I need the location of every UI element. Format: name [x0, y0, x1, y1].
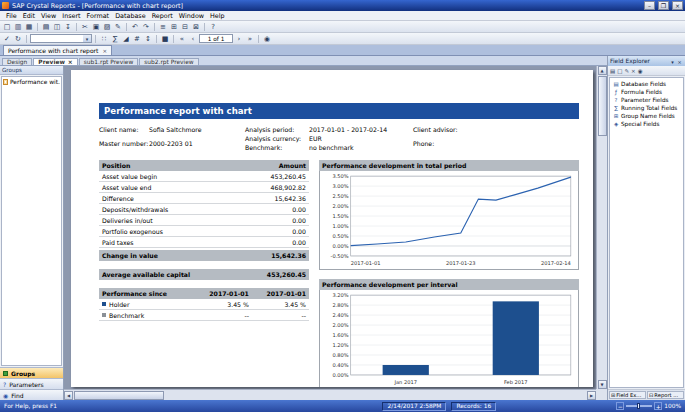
menu-help[interactable]: Help [207, 12, 228, 20]
help-icon[interactable]: ? [208, 22, 218, 32]
prev-page-icon[interactable]: ‹ [188, 34, 198, 44]
new-field-icon[interactable]: □ [617, 68, 622, 74]
group-tree-root-item[interactable]: Performance wit... [3, 79, 60, 85]
next-page-icon[interactable]: › [234, 34, 244, 44]
zoom-slider-thumb[interactable] [637, 403, 640, 409]
cut-icon[interactable]: ✂ [80, 22, 90, 32]
zoom-in-icon[interactable]: + [654, 402, 662, 410]
browse-data-icon[interactable]: ▤ [610, 68, 615, 74]
tree-item-group-name-fields[interactable]: ⊞ Group Name Fields [611, 112, 682, 120]
tree-item-database-fields[interactable]: ▤ Database Fields [611, 80, 682, 88]
scroll-left-icon[interactable]: ◀ [64, 391, 73, 400]
field-explorer-icon[interactable]: ⊞ [169, 22, 179, 32]
close-button[interactable]: × [672, 1, 683, 10]
zoom-out-icon[interactable]: − [616, 402, 624, 410]
horizontal-scrollbar[interactable]: ◀ ▶ [64, 389, 596, 400]
maximize-button[interactable]: ❐ [658, 1, 669, 10]
redo-icon[interactable]: ↷ [141, 22, 151, 32]
verify-database-icon[interactable]: ✓ [2, 34, 12, 44]
tree-item-formula-fields[interactable]: ƒ Formula Fields [611, 88, 682, 96]
menu-view[interactable]: View [38, 12, 59, 20]
minimize-button[interactable]: – [644, 1, 655, 10]
toolbar-separator [258, 35, 259, 43]
report-explorer-icon[interactable]: ⊟ [180, 22, 190, 32]
first-page-icon[interactable]: « [177, 34, 187, 44]
document-area: Design Preview × sub1.rpt Preview sub2.r… [0, 56, 607, 400]
menu-edit[interactable]: Edit [20, 12, 38, 20]
open-icon[interactable]: ▥ [13, 22, 23, 32]
table-row: Asset value begin 453,260.45 [99, 171, 309, 182]
menu-window[interactable]: Window [176, 12, 207, 20]
menu-report[interactable]: Report [149, 12, 176, 20]
explorer-tab-strip: ⊞ Field Ex... ⊟ Report ... [608, 389, 685, 400]
row-value: 0.00 [292, 217, 306, 224]
phone-label: Phone: [413, 140, 463, 152]
refresh-icon[interactable]: ↻ [13, 34, 23, 44]
horizontal-scroll-thumb[interactable] [74, 391, 164, 400]
find-field-icon[interactable]: ◉ [638, 68, 643, 74]
benchmark-legend-icon [102, 313, 106, 317]
panel-button-find[interactable]: ◉ Find [0, 389, 63, 400]
panel-button-groups[interactable]: Groups [0, 367, 63, 378]
vertical-scrollbar[interactable]: ▲ ▼ [596, 66, 607, 389]
tab-sub2-preview[interactable]: sub2.rpt Preview [139, 58, 198, 65]
tab-preview[interactable]: Preview × [33, 58, 77, 65]
tree-item-running-total-fields[interactable]: ∑ Running Total Fields [611, 104, 682, 112]
undo-icon[interactable]: ↶ [130, 22, 140, 32]
line-chart-svg: 3.50%3.00%2.50%2.00%1.50%1.00%0.50%0.00%… [320, 171, 578, 269]
toolbar-separator [76, 23, 77, 31]
menu-insert[interactable]: Insert [59, 12, 83, 20]
scroll-right-icon[interactable]: ▶ [587, 391, 596, 400]
tab-design[interactable]: Design [2, 58, 32, 65]
copy-icon[interactable]: ▣ [91, 22, 101, 32]
close-preview-icon[interactable]: × [68, 59, 73, 65]
toggle-group-tree-icon[interactable]: ≡ [158, 22, 168, 32]
tab-sub1-preview[interactable]: sub1.rpt Preview [79, 58, 138, 65]
format-painter-icon[interactable]: ✎ [113, 22, 123, 32]
delete-field-icon[interactable]: × [631, 68, 636, 74]
insert-summary-icon[interactable]: ∑ [110, 34, 120, 44]
field-explorer-tab-icon: ⊞ [611, 392, 615, 398]
save-icon[interactable]: ▦ [24, 22, 34, 32]
print-preview-icon[interactable]: ◫ [52, 22, 62, 32]
tree-item-parameter-fields[interactable]: ? Parameter Fields [611, 96, 682, 104]
main-area: Design Preview × sub1.rpt Preview sub2.r… [0, 56, 685, 400]
print-icon[interactable]: ▤ [41, 22, 51, 32]
benchmark-value-1: -- [194, 312, 249, 319]
search-icon[interactable]: ◉ [262, 34, 272, 44]
menu-database[interactable]: Database [112, 12, 149, 20]
insert-group-icon[interactable]: ∷ [99, 34, 109, 44]
stop-icon[interactable]: ■ [160, 34, 170, 44]
insert-crosstab-icon[interactable]: # [132, 34, 142, 44]
tree-item-special-fields[interactable]: ◈ Special Fields [611, 120, 682, 128]
vertical-scroll-thumb[interactable] [598, 76, 607, 136]
chevron-down-icon[interactable]: ▾ [83, 35, 91, 42]
tab-field-explorer[interactable]: ⊞ Field Ex... [609, 391, 646, 399]
analysis-period-label: Analysis period: [245, 126, 309, 133]
panel-menu-icon[interactable]: ▾ [669, 58, 676, 65]
zoom-slider[interactable] [626, 405, 652, 407]
edit-field-icon[interactable]: ✎ [624, 68, 629, 74]
menu-file[interactable]: File [3, 12, 20, 20]
export-icon[interactable]: ↧ [63, 22, 73, 32]
panel-close-icon[interactable]: × [676, 58, 683, 65]
scroll-down-icon[interactable]: ▼ [598, 380, 607, 389]
client-info-section: Client name: Sofia Saltchmore Master num… [99, 126, 579, 151]
standard-toolbar: □ ▥ ▦ ▤ ◫ ↧ ✂ ▣ ▨ ✎ ↶ ↷ ≡ ⊞ ⊟ ⊠ ? [0, 21, 685, 33]
scroll-up-icon[interactable]: ▲ [598, 66, 607, 75]
repository-explorer-icon[interactable]: ⊠ [191, 22, 201, 32]
insert-chart-icon[interactable]: ◢ [121, 34, 131, 44]
panel-button-parameters[interactable]: ? Parameters [0, 378, 63, 389]
paste-icon[interactable]: ▨ [102, 22, 112, 32]
benchmark-row-label: Benchmark [109, 312, 144, 319]
new-report-icon[interactable]: □ [2, 22, 12, 32]
tab-report-explorer[interactable]: ⊟ Report ... [647, 391, 684, 399]
performance-since-header: Performance since [102, 290, 194, 297]
sort-icon[interactable]: ↕ [143, 34, 153, 44]
last-page-icon[interactable]: » [245, 34, 255, 44]
client-name-value: Sofia Saltchmore [149, 126, 245, 138]
object-selector-combo[interactable]: ▾ [30, 34, 92, 43]
menu-format[interactable]: Format [84, 12, 113, 20]
close-tab-icon[interactable]: × [102, 48, 107, 54]
tab-performance-report[interactable]: Performance with chart report × [3, 45, 112, 55]
